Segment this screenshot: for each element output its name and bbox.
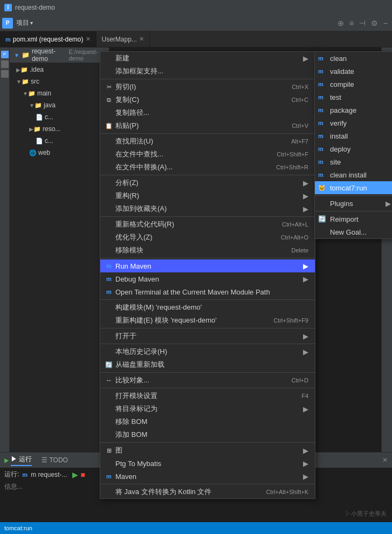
run-controls: ▶ ■ <box>72 470 85 479</box>
menu-item-converttokotlin[interactable]: 将 Java 文件转换为 Kotlin 文件 Ctrl+Alt+Shift+K <box>100 485 315 498</box>
tree-item-c2[interactable]: 📄 c... <box>10 135 109 147</box>
menu-item-localhistory[interactable]: 本地历史记录(H) ▶ <box>100 345 315 358</box>
arrow-icon: ▶ <box>303 54 308 63</box>
project-root-label: request-demo <box>32 47 65 63</box>
tree-item-web[interactable]: 🌐 web <box>10 147 109 159</box>
bottom-tab-run[interactable]: ▶ ▶ 运行 <box>4 455 32 466</box>
submenu-item-verify[interactable]: m verify <box>315 117 392 129</box>
dropdown-icon[interactable]: ▾ <box>30 20 33 26</box>
tree-item-idea[interactable]: ▶ 📁 .idea <box>10 64 109 76</box>
menu-item-markdiras[interactable]: 将目录标记为 ▶ <box>100 402 315 415</box>
sidebar-icon-2[interactable] <box>1 60 9 68</box>
submenu-item-newgoal[interactable]: New Goal... <box>315 225 392 238</box>
menu-item-findinfile[interactable]: 在文件中查找... Ctrl+Shift+F <box>100 148 315 161</box>
menu-item-addbom[interactable]: 添加 BOM <box>100 428 315 441</box>
tree-item-main[interactable]: ▼ 📁 main <box>10 87 109 99</box>
menu-item-addtofav[interactable]: 添加到收藏夹(A) ▶ <box>100 202 315 215</box>
maven-test-icon: m <box>318 94 324 100</box>
menu-item-replaceinfile[interactable]: 在文件中替换(A)... Ctrl+Shift+R <box>100 161 315 174</box>
tree-item-src[interactable]: ▼ 📁 src <box>10 76 109 87</box>
tab-usermapping[interactable]: UserMapp... ✕ <box>97 31 150 47</box>
tab-pom-close[interactable]: ✕ <box>86 36 91 43</box>
menu-item-addframework[interactable]: 添加框架支持... <box>100 65 315 78</box>
menu-item-copypath[interactable]: 复制路径... <box>100 106 315 119</box>
run-btn-restart[interactable]: ▶ <box>72 470 78 479</box>
toolbar-btn-2[interactable]: ≡ <box>347 19 356 28</box>
terminal-icon: m <box>105 287 113 296</box>
menu-item-debugmaven[interactable]: m Debug Maven ▶ <box>100 272 315 285</box>
menu-item-rebuildmodule[interactable]: 重新构建(E) 模块 'request-demo' Ctrl+Shift+F9 <box>100 314 315 327</box>
submenu-item-clean[interactable]: m clean <box>315 52 392 65</box>
menu-item-optimizeimport[interactable]: 优化导入(Z) Ctrl+Alt+O <box>100 231 315 244</box>
submenu-item-cleaninstall[interactable]: m clean install <box>315 168 392 181</box>
menu-sep-3 <box>100 175 315 175</box>
runmaven-arrow-icon: ▶ <box>303 262 308 270</box>
toolbar-btn-4[interactable]: ⚙ <box>369 19 380 28</box>
menu-item-removebom[interactable]: 移除 BOM <box>100 415 315 428</box>
title-text: request-demo <box>15 4 55 11</box>
menu-item-buildmodule[interactable]: 构建模块(M) 'request-demo' <box>100 301 315 314</box>
menu-item-findusages[interactable]: 查找用法(U) Alt+F7 <box>100 135 315 148</box>
menu-item-maven[interactable]: m Maven ▶ <box>100 470 315 483</box>
menu-item-ptgmybatis[interactable]: Ptg To Mybatis ▶ <box>100 457 315 470</box>
debugmaven-arrow-icon: ▶ <box>303 275 308 283</box>
diagram-icon: ⊞ <box>105 446 113 455</box>
menu-item-modulesettings[interactable]: 打开模块设置 F4 <box>100 389 315 402</box>
submenu-item-plugins[interactable]: Plugins ▶ <box>315 197 392 210</box>
menu-item-paste[interactable]: 📋 粘贴(P) Ctrl+V <box>100 119 315 132</box>
submenu-item-validate[interactable]: m validate <box>315 65 392 78</box>
markdiras-arrow-icon: ▶ <box>303 405 308 413</box>
menu-item-openterminal[interactable]: m Open Terminal at the Current Maven Mod… <box>100 285 315 298</box>
submenu-item-install[interactable]: m install <box>315 129 392 142</box>
bottom-tab-todo[interactable]: ☰ TODO <box>42 456 68 464</box>
ptgmybatis-arrow-icon: ▶ <box>303 460 308 468</box>
menu-item-runmaven[interactable]: m Run Maven ▶ <box>100 259 315 272</box>
bottom-close-btn[interactable]: ✕ <box>382 456 388 464</box>
submenu-item-test[interactable]: m test <box>315 91 392 104</box>
menu-item-cut[interactable]: ✂ 剪切(I) Ctrl+X <box>100 80 315 93</box>
maven-compile-icon: m <box>318 81 324 87</box>
submenu-item-compile[interactable]: m compile <box>315 78 392 91</box>
menu-item-diagram[interactable]: ⊞ 图 ▶ <box>100 444 315 457</box>
menu-item-new[interactable]: 新建 ▶ <box>100 52 315 65</box>
project-icon: P <box>2 18 13 29</box>
sidebar-icon-1[interactable]: P <box>1 51 9 58</box>
submenu-item-site[interactable]: m site <box>315 155 392 168</box>
maven-debug-icon: m <box>105 275 113 283</box>
menu-item-refactor[interactable]: 重构(R) ▶ <box>100 189 315 202</box>
menu-sep-8 <box>100 344 315 344</box>
tree-item-resources[interactable]: ▶ 📁 reso... <box>10 123 109 135</box>
run-btn-stop[interactable]: ■ <box>80 470 85 479</box>
toolbar-btn-5[interactable]: − <box>381 19 390 28</box>
menu-item-openwith[interactable]: 打开于 ▶ <box>100 330 315 343</box>
tree-item-java[interactable]: ▼ 📁 java <box>10 99 109 111</box>
menu-sep-1 <box>100 79 315 79</box>
menu-item-removemodule[interactable]: 移除模块 Delete <box>100 244 315 257</box>
toolbar-btn-1[interactable]: ⊕ <box>335 19 346 28</box>
menu-item-reloaddisk[interactable]: 🔄 从磁盘重新加载 <box>100 358 315 371</box>
menu-item-analyze[interactable]: 分析(Z) ▶ <box>100 176 315 189</box>
submenu-item-reimport[interactable]: 🔄 Reimport <box>315 213 392 225</box>
title-bar: I request-demo <box>0 0 392 15</box>
app-icon: I <box>4 4 12 11</box>
tab-usermapping-close[interactable]: ✕ <box>139 36 144 43</box>
maven-site-icon: m <box>318 159 324 165</box>
submenu-sep-2 <box>315 211 392 211</box>
project-panel: ▼ 📁 request-demo E:/request-demo ▶ 📁 .id… <box>10 47 109 452</box>
submenu-item-tomcat7run[interactable]: 🐱 tomcat7:run <box>315 181 392 194</box>
menu-sep-2 <box>100 133 315 134</box>
compare-icon: ↔ <box>105 376 113 385</box>
submenu-item-package[interactable]: m package <box>315 104 392 117</box>
sidebar-icon-3[interactable] <box>1 70 9 78</box>
tab-pom[interactable]: m pom.xml (request-demo) ✕ <box>0 31 97 47</box>
menu-item-copy[interactable]: ⧉ 复制(C) Ctrl+C <box>100 93 315 106</box>
menu-item-comparewith[interactable]: ↔ 比较对象... Ctrl+D <box>100 374 315 387</box>
toolbar-btn-3[interactable]: ⊣ <box>357 19 368 28</box>
info-text: 信息... <box>4 483 23 490</box>
maven-validate-icon: m <box>318 68 324 74</box>
maven-run-icon: m <box>105 262 113 270</box>
menu-sep-10 <box>100 388 315 388</box>
menu-item-reformat[interactable]: 重新格式化代码(R) Ctrl+Alt+L <box>100 218 315 231</box>
tree-item-c1[interactable]: 📄 c... <box>10 111 109 123</box>
submenu-item-deploy[interactable]: m deploy <box>315 142 392 155</box>
